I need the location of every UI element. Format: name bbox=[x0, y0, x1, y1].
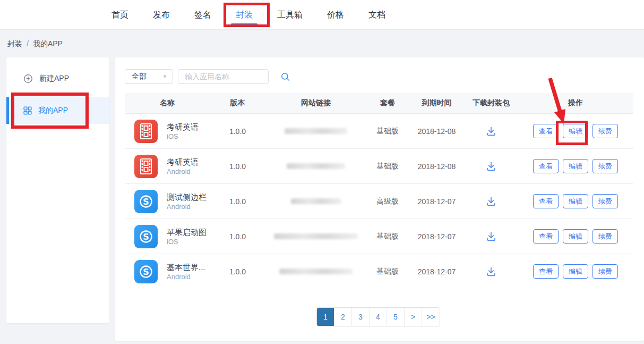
column-header-actions: 操作 bbox=[518, 98, 633, 108]
page-button-4[interactable]: 4 bbox=[370, 308, 387, 326]
plus-circle-icon bbox=[23, 74, 33, 83]
last-page-button[interactable]: >> bbox=[422, 308, 440, 326]
filter-select-value: 全部 bbox=[125, 72, 162, 81]
nav-tab-toolbox[interactable]: 工具箱 bbox=[277, 0, 303, 30]
app-packaging-page: 首页 发布 签名 封装 工具箱 价格 文档 封装/我的APP 新建APP 我的A… bbox=[0, 0, 644, 344]
app-expiry: 2018-12-07 bbox=[409, 197, 465, 206]
nav-tab-package[interactable]: 封装 bbox=[236, 0, 253, 30]
column-header-link: 网站链接 bbox=[265, 98, 366, 108]
link-redacted bbox=[279, 269, 353, 274]
app-version: 1.0.0 bbox=[210, 197, 265, 206]
edit-button[interactable]: 编辑 bbox=[563, 229, 588, 244]
search-input[interactable] bbox=[178, 72, 281, 81]
svg-text:S: S bbox=[143, 196, 149, 206]
renew-button[interactable]: 续费 bbox=[593, 264, 618, 279]
app-icon: S bbox=[134, 155, 158, 178]
nav-tab-home[interactable]: 首页 bbox=[111, 0, 128, 30]
app-icon: S bbox=[134, 190, 158, 213]
app-name: 苹果启动图 bbox=[167, 227, 207, 237]
app-platform: iOS bbox=[167, 237, 207, 246]
edit-button[interactable]: 编辑 bbox=[563, 159, 588, 173]
app-icon: S bbox=[134, 260, 158, 283]
view-button[interactable]: 查看 bbox=[533, 124, 559, 138]
chevron-down-icon: ▼ bbox=[162, 74, 173, 79]
filter-select[interactable]: 全部 ▼ bbox=[125, 69, 173, 84]
column-header-expiry: 到期时间 bbox=[409, 98, 465, 108]
app-plan: 基础版 bbox=[366, 232, 409, 241]
search-icon[interactable] bbox=[281, 72, 295, 81]
svg-text:S: S bbox=[143, 231, 149, 241]
renew-button[interactable]: 续费 bbox=[593, 229, 618, 244]
table-body: S 考研英语 iOS 1.0.0 基础版 2018-12-08 查看 编辑 bbox=[125, 114, 633, 289]
renew-button[interactable]: 续费 bbox=[593, 124, 618, 138]
app-icon: S bbox=[134, 225, 158, 248]
page-button-3[interactable]: 3 bbox=[352, 308, 370, 326]
app-platform: Android bbox=[167, 272, 205, 281]
page-button-5[interactable]: 5 bbox=[387, 308, 405, 326]
column-header-plan: 套餐 bbox=[366, 98, 409, 108]
breadcrumb-root[interactable]: 封装 bbox=[7, 39, 22, 48]
view-button[interactable]: 查看 bbox=[533, 194, 559, 208]
next-page-button[interactable]: > bbox=[405, 308, 422, 326]
app-plan: 高级版 bbox=[366, 197, 409, 206]
app-platform: Android bbox=[167, 202, 207, 211]
app-icon: S bbox=[134, 120, 158, 143]
film-icon bbox=[134, 155, 158, 178]
view-button[interactable]: 查看 bbox=[533, 229, 559, 244]
active-indicator-bar bbox=[6, 97, 9, 124]
download-icon[interactable] bbox=[485, 125, 497, 137]
edit-button[interactable]: 编辑 bbox=[563, 194, 588, 208]
download-icon[interactable] bbox=[485, 266, 497, 278]
view-button[interactable]: 查看 bbox=[533, 159, 559, 173]
link-redacted bbox=[285, 128, 347, 134]
sidebar-item-label: 新建APP bbox=[39, 74, 69, 83]
app-expiry: 2018-12-08 bbox=[409, 162, 465, 171]
app-platform: Android bbox=[167, 167, 199, 176]
main-nav: 首页 发布 签名 封装 工具箱 价格 文档 bbox=[111, 0, 385, 30]
link-redacted bbox=[274, 233, 358, 239]
sidebar-item-my-app[interactable]: 我的APP bbox=[6, 97, 109, 124]
nav-tab-docs[interactable]: 文档 bbox=[368, 0, 385, 30]
app-name: 基本世界... bbox=[167, 262, 205, 272]
table-row: S 基本世界... Android 1.0.0 基础版 2018-12-07 查… bbox=[125, 254, 633, 289]
page-button-1[interactable]: 1 bbox=[317, 308, 334, 326]
edit-button[interactable]: 编辑 bbox=[563, 124, 588, 138]
app-version: 1.0.0 bbox=[210, 127, 265, 136]
table-row: S 考研英语 Android 1.0.0 基础版 2018-12-08 查看 编… bbox=[125, 149, 633, 184]
link-redacted bbox=[291, 198, 341, 204]
app-plan: 基础版 bbox=[366, 127, 409, 136]
app-name: 考研英语 bbox=[167, 122, 199, 132]
page-button-2[interactable]: 2 bbox=[334, 308, 352, 326]
nav-tab-publish[interactable]: 发布 bbox=[153, 0, 170, 30]
app-expiry: 2018-12-07 bbox=[409, 267, 465, 276]
breadcrumb: 封装/我的APP bbox=[7, 30, 63, 57]
app-table: 名称 版本 网站链接 套餐 到期时间 下载封装包 操作 S bbox=[125, 93, 633, 289]
renew-button[interactable]: 续费 bbox=[593, 194, 618, 208]
app-version: 1.0.0 bbox=[210, 232, 265, 241]
edit-button[interactable]: 编辑 bbox=[563, 264, 588, 279]
app-expiry: 2018-12-07 bbox=[409, 232, 465, 241]
view-button[interactable]: 查看 bbox=[533, 264, 559, 279]
download-icon[interactable] bbox=[485, 161, 497, 172]
nav-tab-price[interactable]: 价格 bbox=[327, 0, 344, 30]
breadcrumb-current: 我的APP bbox=[33, 39, 63, 48]
nav-tab-sign[interactable]: 签名 bbox=[194, 0, 211, 30]
download-icon[interactable] bbox=[485, 231, 497, 242]
grid-icon bbox=[23, 106, 32, 115]
column-header-download: 下载封装包 bbox=[465, 98, 518, 108]
column-header-version: 版本 bbox=[210, 98, 265, 108]
app-version: 1.0.0 bbox=[210, 267, 265, 276]
top-nav-bar: 首页 发布 签名 封装 工具箱 价格 文档 bbox=[0, 0, 644, 30]
pagination: 1 2 3 4 5 > >> bbox=[316, 307, 440, 326]
s-logo-icon: S bbox=[134, 225, 158, 248]
app-platform: iOS bbox=[167, 132, 199, 141]
sidebar: 新建APP 我的APP bbox=[6, 57, 109, 323]
renew-button[interactable]: 续费 bbox=[593, 159, 618, 173]
sidebar-item-new-app[interactable]: 新建APP bbox=[6, 68, 109, 89]
search-box bbox=[178, 69, 269, 84]
link-redacted bbox=[287, 163, 345, 169]
download-icon[interactable] bbox=[485, 196, 497, 207]
main-panel: 全部 ▼ 名称 版本 网站链接 套餐 到期时间 下载封装包 操作 bbox=[115, 57, 644, 341]
table-row: S 测试侧边栏 Android 1.0.0 高级版 2018-12-07 查看 … bbox=[125, 184, 633, 219]
table-header-row: 名称 版本 网站链接 套餐 到期时间 下载封装包 操作 bbox=[125, 93, 633, 114]
